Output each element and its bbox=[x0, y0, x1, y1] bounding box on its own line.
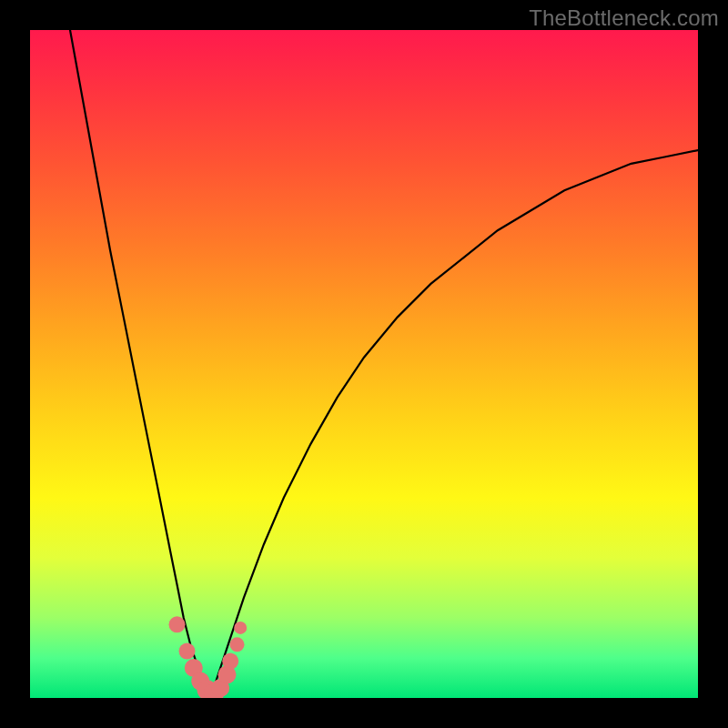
chart-frame: TheBottleneck.com bbox=[0, 0, 728, 728]
curve-marker bbox=[169, 616, 186, 632]
bottleneck-curve-left bbox=[70, 30, 210, 698]
curve-marker bbox=[222, 653, 238, 670]
plot-area bbox=[30, 30, 698, 698]
curve-marker bbox=[234, 622, 247, 634]
curve-marker bbox=[230, 637, 245, 652]
curve-marker bbox=[179, 643, 196, 660]
curve-svg bbox=[30, 30, 698, 698]
curve-markers bbox=[169, 616, 248, 698]
watermark-text: TheBottleneck.com bbox=[529, 5, 719, 31]
bottleneck-curve-right bbox=[210, 150, 698, 698]
